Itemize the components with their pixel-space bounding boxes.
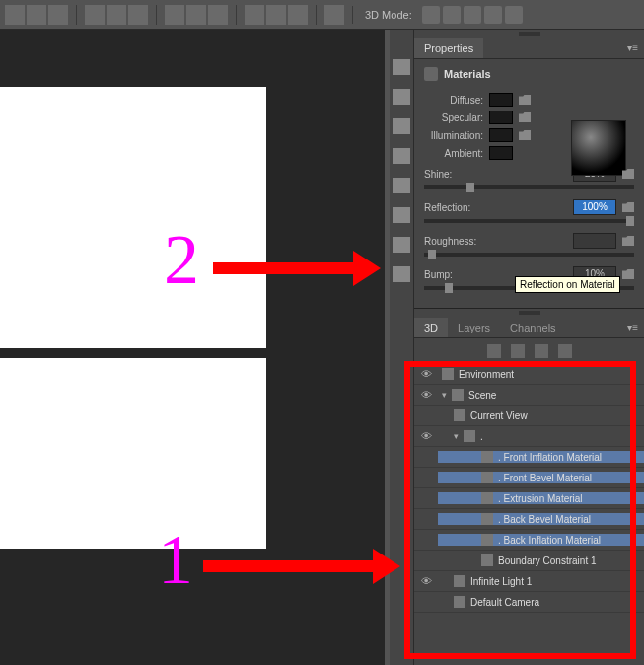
tab-channels[interactable]: Channels <box>500 318 565 337</box>
filter-scene-icon[interactable] <box>487 344 501 358</box>
document-canvas[interactable] <box>0 87 266 348</box>
zoom-icon[interactable] <box>505 6 523 24</box>
roughness-slider[interactable] <box>424 253 634 257</box>
folder-icon[interactable] <box>519 130 531 140</box>
folder-icon[interactable] <box>622 236 634 246</box>
ambient-label: Ambient: <box>424 148 483 159</box>
materials-icon <box>424 67 438 81</box>
separator <box>352 6 353 24</box>
materials-section-header: Materials <box>424 67 634 89</box>
distribute-tool-icon[interactable] <box>266 5 286 25</box>
distribute-tool-icon[interactable] <box>165 5 184 25</box>
illumination-swatch[interactable] <box>489 128 513 142</box>
properties-panel-header: Properties ▾≡ <box>414 37 644 59</box>
tooltip: Reflection on Material <box>515 276 620 293</box>
folder-icon[interactable] <box>622 269 634 279</box>
material-preview-sphere[interactable] <box>571 120 626 176</box>
pan-icon[interactable] <box>464 6 481 24</box>
diffuse-label: Diffuse: <box>424 95 483 106</box>
panel-icon[interactable] <box>393 207 410 223</box>
specular-swatch[interactable] <box>489 111 513 124</box>
filter-material-icon[interactable] <box>535 344 548 358</box>
mode-label: 3D Mode: <box>365 9 412 21</box>
folder-icon[interactable] <box>519 112 531 122</box>
tab-layers[interactable]: Layers <box>448 318 500 337</box>
distribute-tool-icon[interactable] <box>186 5 206 25</box>
panel-grip[interactable] <box>414 309 644 317</box>
annotation-number: 1 <box>158 519 193 601</box>
panel-grip[interactable] <box>414 30 644 37</box>
panel-icon[interactable] <box>393 118 410 134</box>
panel-icon[interactable] <box>393 148 410 164</box>
roughness-label: Roughness: <box>424 236 483 247</box>
align-tool-icon[interactable] <box>5 5 25 25</box>
distribute-tool-icon[interactable] <box>245 5 264 25</box>
properties-panel: Materials Diffuse: Specular: Illuminatio… <box>414 59 644 309</box>
distribute-tool-icon[interactable] <box>208 5 228 25</box>
align-tool-icon[interactable] <box>107 5 126 25</box>
folder-icon[interactable] <box>622 169 634 179</box>
shine-label: Shine: <box>424 169 483 180</box>
distribute-tool-icon[interactable] <box>324 5 344 25</box>
distribute-tool-icon[interactable] <box>288 5 308 25</box>
specular-label: Specular: <box>424 112 483 123</box>
annotation-box <box>404 361 636 659</box>
panel-icon[interactable] <box>393 59 410 75</box>
illumination-label: Illumination: <box>424 130 483 141</box>
bump-label: Bump: <box>424 269 483 280</box>
roughness-value[interactable] <box>573 233 616 249</box>
options-toolbar: 3D Mode: <box>0 0 644 30</box>
tab-properties[interactable]: Properties <box>414 38 483 58</box>
align-tool-icon[interactable] <box>128 5 148 25</box>
folder-icon[interactable] <box>519 95 531 105</box>
align-tool-icon[interactable] <box>85 5 105 25</box>
3d-panel-header: 3D Layers Channels ▾≡ <box>414 317 644 338</box>
reflection-label: Reflection: <box>424 202 483 213</box>
materials-label: Materials <box>444 68 491 80</box>
reflection-value[interactable]: 100% <box>573 199 616 215</box>
panel-menu-icon[interactable]: ▾≡ <box>627 322 644 332</box>
tab-3d[interactable]: 3D <box>414 318 448 337</box>
align-tool-icon[interactable] <box>27 5 46 25</box>
panel-icon[interactable] <box>393 89 410 105</box>
filter-light-icon[interactable] <box>558 344 572 358</box>
filter-mesh-icon[interactable] <box>511 344 525 358</box>
panel-menu-icon[interactable]: ▾≡ <box>627 42 644 53</box>
annotation-arrow <box>213 257 381 280</box>
slide-icon[interactable] <box>484 6 502 24</box>
orbit-icon[interactable] <box>422 6 440 24</box>
panel-icon[interactable] <box>393 237 410 253</box>
document-canvas[interactable] <box>0 358 266 549</box>
folder-icon[interactable] <box>622 202 634 212</box>
annotation-number: 2 <box>164 219 199 301</box>
panel-icon[interactable] <box>393 178 410 193</box>
annotation-arrow <box>203 554 400 578</box>
shine-slider[interactable] <box>424 185 634 189</box>
ambient-swatch[interactable] <box>489 146 513 160</box>
roll-icon[interactable] <box>443 6 461 24</box>
diffuse-swatch[interactable] <box>489 93 513 107</box>
reflection-slider[interactable] <box>424 219 634 223</box>
align-tool-icon[interactable] <box>48 5 68 25</box>
panel-icon[interactable] <box>393 266 410 282</box>
